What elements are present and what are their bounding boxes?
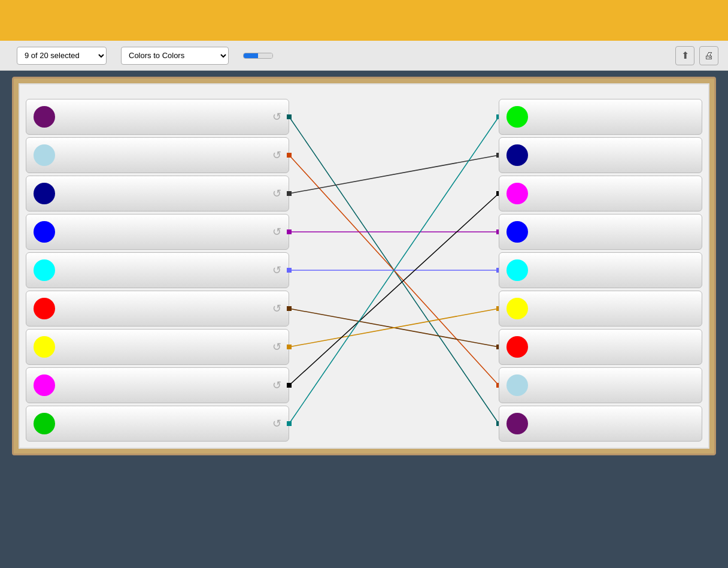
color-dot-right-3 — [506, 221, 528, 243]
app-header — [0, 0, 728, 41]
right-card-6 — [499, 329, 702, 365]
svg-line-0 — [289, 117, 499, 424]
reset-btn-left-8[interactable]: ↺ — [272, 417, 281, 430]
left-card-8: ↺ — [26, 406, 289, 442]
left-card-1: ↺ — [26, 137, 289, 173]
toggle-off-button[interactable] — [258, 53, 272, 58]
color-dot-left-2 — [34, 183, 55, 204]
left-card-5: ↺ — [26, 291, 289, 327]
right-card-8 — [499, 406, 702, 442]
reset-btn-left-4[interactable]: ↺ — [272, 264, 281, 277]
left-card-0: ↺ — [26, 99, 289, 135]
reset-btn-left-1[interactable]: ↺ — [272, 149, 281, 162]
color-dot-left-3 — [34, 221, 55, 243]
svg-line-6 — [289, 155, 499, 194]
reset-btn-left-7[interactable]: ↺ — [272, 379, 281, 392]
left-card-7: ↺ — [26, 367, 289, 403]
color-dot-right-6 — [506, 336, 528, 358]
right-column — [499, 99, 702, 442]
svg-line-24 — [289, 117, 499, 424]
right-card-7 — [499, 367, 702, 403]
toggle-group — [243, 53, 273, 59]
color-dot-left-8 — [34, 413, 55, 434]
color-dot-right-7 — [506, 374, 528, 396]
left-card-6: ↺ — [26, 329, 289, 365]
right-card-4 — [499, 252, 702, 288]
colors-select[interactable]: 9 of 20 selected — [17, 47, 107, 65]
color-dot-right-2 — [506, 183, 528, 204]
svg-line-18 — [289, 309, 499, 347]
svg-line-21 — [289, 194, 499, 385]
color-dot-left-4 — [34, 259, 55, 281]
toolbar-actions: ⬆ 🖨 — [675, 46, 718, 65]
right-card-2 — [499, 176, 702, 212]
board-container: ↺ ↺ ↺ ↺ ↺ ↺ ↺ ↺ ↺ — [12, 77, 716, 455]
color-dot-right-8 — [506, 413, 528, 434]
left-card-4: ↺ — [26, 252, 289, 288]
color-dot-left-6 — [34, 336, 55, 358]
left-card-3: ↺ — [26, 214, 289, 250]
toolbar: 9 of 20 selected Colors to Colors ⬆ 🖨 — [0, 41, 728, 71]
reset-btn-left-3[interactable]: ↺ — [272, 225, 281, 238]
color-dot-right-5 — [506, 298, 528, 319]
toggle-on-button[interactable] — [244, 53, 258, 58]
color-dot-left-7 — [34, 374, 55, 396]
color-dot-left-0 — [34, 106, 55, 128]
reset-btn-left-5[interactable]: ↺ — [272, 302, 281, 315]
category-select[interactable]: Colors to Colors — [121, 47, 229, 65]
color-dot-left-1 — [34, 144, 55, 166]
reset-btn-left-2[interactable]: ↺ — [272, 187, 281, 200]
print-button[interactable]: 🖨 — [699, 46, 718, 65]
right-card-0 — [499, 99, 702, 135]
reset-btn-left-0[interactable]: ↺ — [272, 110, 281, 123]
color-dot-right-1 — [506, 144, 528, 166]
svg-line-15 — [289, 309, 499, 347]
left-column: ↺ ↺ ↺ ↺ ↺ ↺ ↺ ↺ ↺ — [26, 99, 289, 442]
color-dot-left-5 — [34, 298, 55, 319]
reset-btn-left-6[interactable]: ↺ — [272, 340, 281, 354]
right-card-1 — [499, 137, 702, 173]
svg-line-3 — [289, 155, 499, 385]
color-dot-right-4 — [506, 259, 528, 281]
left-card-2: ↺ — [26, 176, 289, 212]
upload-button[interactable]: ⬆ — [675, 46, 694, 65]
right-card-5 — [499, 291, 702, 327]
board-inner: ↺ ↺ ↺ ↺ ↺ ↺ ↺ ↺ ↺ — [19, 83, 709, 449]
columns-area: ↺ ↺ ↺ ↺ ↺ ↺ ↺ ↺ ↺ — [26, 99, 702, 442]
color-dot-right-0 — [506, 106, 528, 128]
right-card-3 — [499, 214, 702, 250]
